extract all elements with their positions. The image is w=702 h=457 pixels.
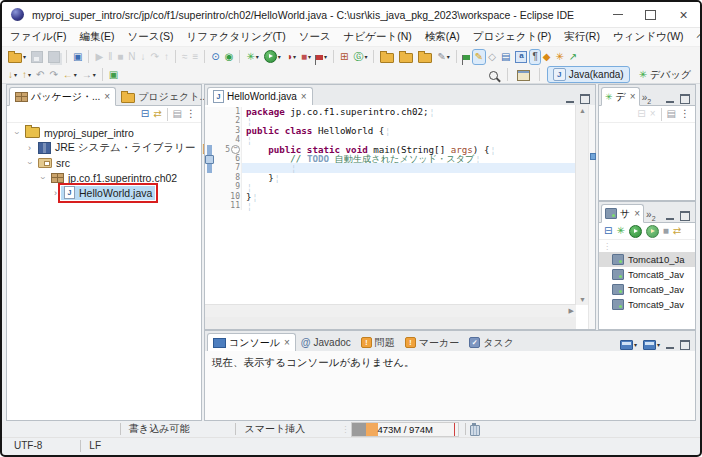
tab-overflow-indicator[interactable]: »2 [646,209,655,222]
code-line-10[interactable]: 10}¦ [205,192,576,201]
tab-package-explorer[interactable]: パッケージ・... × [9,87,116,106]
view-filters-button[interactable]: ▤ [171,107,184,121]
horizontal-scrollbar[interactable]: ▶ [205,304,576,317]
minimize-view-button[interactable] [664,338,676,350]
minimize-view-button[interactable] [664,209,676,221]
edit-pen-button[interactable]: ✎▾ [435,50,451,64]
tab-overflow-indicator[interactable]: »2 [642,92,651,105]
toolbar-overflow-handle[interactable]: ⋮ [599,240,695,252]
collapse-all-button[interactable]: ⊟ [139,107,151,121]
open-type-button[interactable]: ◆ [541,50,553,64]
step-into-button[interactable]: ↓ [139,50,148,64]
new-java-project-button[interactable]: ⊞ [338,50,350,64]
chevron-down-icon[interactable]: › [38,172,48,183]
close-icon[interactable]: × [634,208,640,219]
new-folder-button[interactable] [397,49,415,64]
chevron-down-icon[interactable]: › [12,127,22,138]
overview-ruler[interactable] [588,105,595,329]
export-button[interactable]: ↗ [567,50,579,64]
previous-annotation-button[interactable]: ↑▾ [20,68,33,82]
run-last-button[interactable]: ◉ [223,50,236,64]
annotation-marker[interactable] [590,153,596,160]
forward-button[interactable]: →▾ [80,68,98,82]
open-file-button[interactable] [416,49,434,64]
maximize-view-button[interactable] [678,208,692,222]
maximize-view-button[interactable] [678,337,692,351]
menu-project[interactable]: プロジェクト(P) [473,30,551,44]
open-console-button[interactable]: ▾ [618,337,639,351]
stop-server-button[interactable]: ■ [661,224,671,238]
search-button[interactable] [487,69,500,81]
tab-servers-view[interactable]: サ × [601,204,644,223]
tree-item-src[interactable]: ›src [7,155,201,170]
tab-debug-view[interactable]: ✳ デ × [601,87,640,106]
chevron-down-icon[interactable]: › [25,157,35,168]
coverage-launch-button[interactable]: ⊙ [209,50,221,64]
block-selection-button[interactable]: ◇ [486,50,498,64]
code-area[interactable]: 1package jp.co.f1.superintro.ch02;¦2¦3pu… [205,105,576,305]
tab-console[interactable]: コンソール× [207,333,296,352]
refresh-button[interactable]: ✳ [553,50,565,64]
run-button[interactable]: ▾ [262,49,283,64]
menu-run[interactable]: 実行(R) [564,30,600,44]
menu-source[interactable]: ソース(S) [127,30,173,44]
close-window-button[interactable]: × [667,2,700,28]
back-button[interactable]: ←▾ [61,68,79,82]
external-tools-button[interactable]: ▾ [314,52,329,61]
show-whitespace-button[interactable]: ¶ [530,50,539,64]
link-with-editor-button[interactable]: ⇄ [151,107,163,121]
use-step-filters-button[interactable]: ≈ [180,50,190,64]
menu-search[interactable]: 検索(A) [425,30,460,44]
start-server-button[interactable] [627,224,644,239]
drop-to-frame-button[interactable]: ≡ [190,50,200,64]
server-item[interactable]: Tomcat8_Jav [599,267,695,282]
run-garbage-collector-button[interactable] [468,422,482,437]
chevron-right-icon[interactable]: › [24,143,35,153]
menu-help[interactable]: ヘルプ(H) [697,30,702,44]
perspective-java-button[interactable]: Java(kanda) [547,66,630,83]
bookmark-flag-button[interactable] [461,53,472,61]
code-line-11[interactable]: 11¦ [205,201,576,210]
next-annotation-button[interactable]: ↓▾ [6,68,19,82]
step-return-button[interactable]: ↑ [162,50,171,64]
code-line-9[interactable]: 9¦ [205,182,576,191]
perspective-debug-button[interactable]: ✳ デバッグ [634,67,696,82]
debug-ui-button[interactable]: ▣ [71,50,84,64]
step-over-button[interactable]: ↷ [149,50,161,64]
last-edit-location-button[interactable]: ↶ [34,68,46,82]
heap-status-widget[interactable]: 473M / 974M [351,422,459,437]
new-wizard-button[interactable]: ▾ [6,49,28,64]
display-console-button[interactable]: ▾ [641,337,662,351]
mark-occurrences-button[interactable]: ✎ [473,50,485,64]
view-filters-button[interactable]: ▤ [665,107,678,121]
debug-server-button[interactable]: ✳ [614,224,626,238]
chevron-right-icon[interactable]: › [50,188,61,198]
close-icon[interactable]: × [104,91,110,102]
external-javadoc-button[interactable]: ▤ [499,50,512,64]
pin-editor-button[interactable]: ▣ [107,68,120,82]
profile-button[interactable]: ■▾ [299,50,313,64]
tree-item-jre-system-library[interactable]: ›JRE システム・ライブラリー[JavaSE-17] [7,140,201,155]
resume-button[interactable]: ▶ [93,50,105,64]
tab-tasks[interactable]: ✓タスク [464,333,519,352]
menu-file[interactable]: ファイル(F) [10,30,66,44]
code-line-8[interactable]: 8 }¦ [205,173,576,182]
forward-edit-location-button[interactable]: ↷ [47,68,59,82]
view-menu-button[interactable]: ⋮ [184,107,198,121]
tree-item-HelloWorld.java[interactable]: ›HelloWorld.java [7,185,201,200]
save-button[interactable] [29,50,45,64]
collapse-all-button[interactable]: ⊟ [635,107,647,121]
maximize-view-button[interactable] [578,91,592,105]
scroll-right-icon[interactable]: ▶ [569,305,574,317]
menu-navigate[interactable]: ナビゲート(N) [344,30,412,44]
fold-collapse-icon[interactable]: − [231,145,240,154]
minimize-window-button[interactable] [601,2,634,28]
menu-source-2[interactable]: ソース [299,30,331,44]
close-icon[interactable]: × [284,337,290,348]
tab-helloworld-java[interactable]: HelloWorld.java × [207,87,313,106]
vertical-scrollbar[interactable]: ▲ ▼ [575,105,589,305]
tab-problems[interactable]: !問題 [356,333,400,352]
open-project-button[interactable] [378,49,396,64]
code-line-3[interactable]: 3public class HelloWorld {¦ [205,126,576,135]
remove-terminated-button[interactable]: × [648,107,658,121]
